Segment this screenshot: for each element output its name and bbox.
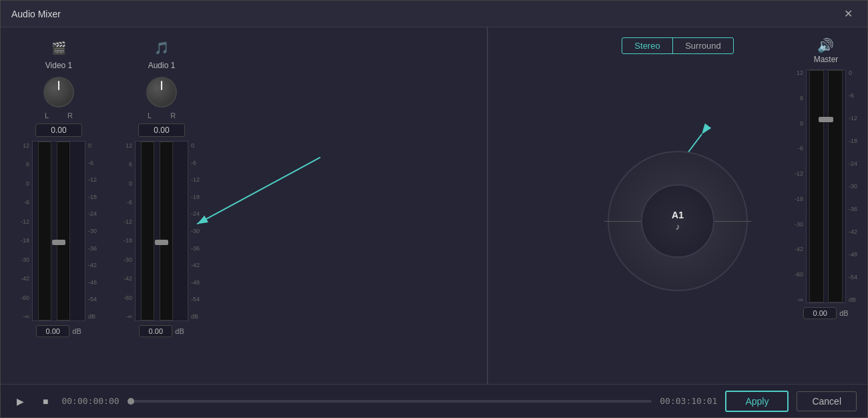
video1-value[interactable]: 0.00 bbox=[35, 124, 82, 137]
close-button[interactable]: ✕ bbox=[840, 6, 857, 21]
video1-scale-right: 0 -6 -12 -18 -24 -30 -36 -42 -48 -54 dB bbox=[88, 141, 97, 321]
play-button[interactable]: ▶ bbox=[11, 393, 29, 409]
main-content: 🎬 Video 1 L R 0.00 12 6 0 -6 bbox=[1, 27, 867, 384]
svg-line-1 bbox=[197, 158, 320, 224]
audio1-scale-left: 12 6 0 -6 -12 -18 -30 -42 -60 -∞ bbox=[124, 141, 132, 321]
left-panel: 🎬 Video 1 L R 0.00 12 6 0 -6 bbox=[1, 27, 488, 384]
master-section: 🔊 Master 12 6 0 -6 -12 -18 -30 -42 -60 -… bbox=[795, 37, 857, 319]
stereo-button[interactable]: Stereo bbox=[622, 38, 672, 53]
audio1-fader-track[interactable] bbox=[135, 141, 188, 321]
video1-r-label: R bbox=[67, 112, 73, 120]
audio1-lr-labels: L R bbox=[148, 112, 176, 120]
master-db-label: dB bbox=[839, 309, 848, 317]
video1-fader-track[interactable] bbox=[32, 141, 85, 321]
audio1-db-label: dB bbox=[175, 327, 184, 335]
apply-button[interactable]: Apply bbox=[725, 391, 789, 412]
video1-scale-left: 12 6 0 -6 -12 -18 -30 -42 -60 -∞ bbox=[21, 141, 29, 321]
surround-container: A1 ♪ bbox=[604, 148, 751, 294]
master-label: Master bbox=[814, 55, 839, 64]
mode-toggle[interactable]: Stereo Surround bbox=[622, 37, 733, 54]
video1-db-row: 0.00 dB bbox=[36, 325, 81, 337]
window-title: Audio Mixer bbox=[11, 9, 61, 19]
video1-db-value[interactable]: 0.00 bbox=[36, 325, 69, 337]
master-scale-left: 12 6 0 -6 -12 -18 -30 -42 -60 -∞ bbox=[795, 69, 803, 303]
duration-display: 00:03:10:01 bbox=[660, 396, 717, 406]
audio1-channel: 🎵 Audio 1 L R 0.00 12 6 0 -6 bbox=[124, 41, 200, 337]
video1-knob[interactable] bbox=[43, 77, 74, 108]
master-db-row: 0.00 dB bbox=[803, 307, 848, 319]
surround-button[interactable]: Surround bbox=[673, 38, 732, 53]
audio1-knob[interactable] bbox=[146, 77, 177, 108]
audio1-db-row: 0.00 dB bbox=[139, 325, 184, 337]
master-fader-container: 12 6 0 -6 -12 -18 -30 -42 -60 -∞ bbox=[795, 69, 857, 303]
audio-icon: 🎵 bbox=[154, 41, 169, 55]
video1-fader-section: 12 6 0 -6 -12 -18 -30 -42 -60 -∞ bbox=[21, 141, 97, 321]
audio1-meter-l bbox=[141, 142, 154, 321]
video1-lr-labels: L R bbox=[45, 112, 73, 120]
video1-l-label: L bbox=[45, 112, 49, 120]
audio1-scale-right: 0 -6 -12 -18 -24 -30 -36 -42 -48 -54 dB bbox=[191, 141, 200, 321]
audio1-fader-bg bbox=[135, 141, 188, 321]
video1-meter-l bbox=[38, 142, 51, 321]
master-scale-right: 0 -6 -12 -18 -24 -30 -36 -42 -48 -54 dB bbox=[849, 69, 857, 303]
audio1-meter-r bbox=[160, 142, 173, 321]
video1-meter-r bbox=[57, 142, 70, 321]
master-db-value[interactable]: 0.00 bbox=[803, 307, 837, 319]
right-panel: Stereo Surround bbox=[488, 27, 867, 384]
master-meter-bg[interactable] bbox=[806, 69, 846, 303]
video1-channel: 🎬 Video 1 L R 0.00 12 6 0 -6 bbox=[21, 41, 97, 337]
title-bar: Audio Mixer ✕ bbox=[1, 1, 867, 27]
video1-label: Video 1 bbox=[45, 61, 72, 70]
progress-bar[interactable] bbox=[128, 400, 652, 403]
surround-audio-node[interactable]: A1 ♪ bbox=[672, 210, 684, 232]
audio1-value[interactable]: 0.00 bbox=[138, 124, 185, 137]
video1-fader-handle[interactable] bbox=[52, 240, 65, 245]
master-meter-l bbox=[809, 70, 824, 302]
timecode-display: 00:00:00:00 bbox=[61, 396, 119, 406]
stop-button[interactable]: ■ bbox=[37, 393, 53, 409]
audio1-r-label: R bbox=[170, 112, 176, 120]
audio1-fader-handle[interactable] bbox=[155, 240, 168, 245]
surround-node-label: A1 bbox=[672, 210, 684, 220]
cancel-button[interactable]: Cancel bbox=[797, 391, 857, 411]
master-meter-r bbox=[828, 70, 843, 302]
audio1-label: Audio 1 bbox=[148, 61, 176, 70]
audio1-db-value[interactable]: 0.00 bbox=[139, 325, 172, 337]
audio1-l-label: L bbox=[148, 112, 152, 120]
master-fader-handle[interactable] bbox=[819, 117, 833, 122]
progress-indicator[interactable] bbox=[128, 398, 134, 405]
video-icon: 🎬 bbox=[51, 41, 66, 55]
bottom-bar: ▶ ■ 00:00:00:00 00:03:10:01 Apply Cancel bbox=[1, 384, 867, 417]
surround-node-icon: ♪ bbox=[676, 222, 680, 232]
master-speaker-icon: 🔊 bbox=[817, 37, 834, 53]
audio-mixer-window: Audio Mixer ✕ 🎬 Video 1 bbox=[0, 0, 868, 418]
video1-db-label: dB bbox=[72, 327, 81, 335]
video1-fader-bg bbox=[32, 141, 85, 321]
audio1-fader-section: 12 6 0 -6 -12 -18 -30 -42 -60 -∞ bbox=[124, 141, 200, 321]
